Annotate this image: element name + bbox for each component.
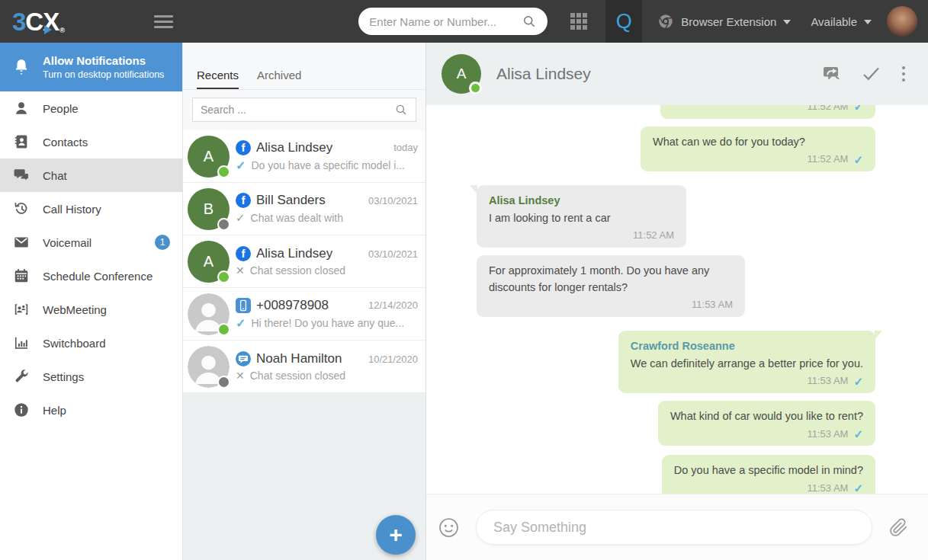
delivered-check-icon: ✓ (853, 428, 863, 440)
q-button[interactable]: Q (605, 0, 642, 43)
person-icon (0, 100, 43, 117)
chrome-icon (657, 13, 674, 30)
conversation-row[interactable]: Noah Hamilton 10/21/2020 ✕ Chat session … (183, 341, 425, 393)
logo-cx: CX (25, 9, 59, 34)
message-outgoing: What kind of car would you like to rent?… (658, 401, 875, 446)
voicemail-count-badge: 1 (155, 235, 170, 250)
search-icon[interactable] (522, 14, 537, 29)
conversation-row[interactable]: A f Alisa Lindsey today ✓ Do you have a … (183, 130, 425, 183)
conversation-date: 03/10/2021 (368, 248, 418, 260)
top-bar: 3CX ® Q Browser Extension Available (0, 0, 928, 43)
message-time: 11:52 AM (807, 105, 848, 114)
closed-x-icon: ✕ (236, 370, 245, 382)
kebab-menu-icon[interactable] (899, 66, 909, 82)
tab-recents[interactable]: Recents (197, 69, 239, 89)
sidebar-item-call-history[interactable]: Call History (0, 192, 182, 226)
message-text: Do you have a specific model in mind? (674, 462, 863, 479)
message-outgoing: Do you have a specific model in mind? 11… (662, 455, 875, 494)
conversation-preview: Hi there! Do you have any que... (251, 317, 404, 329)
conversation-name: Bill Sanders (256, 193, 326, 208)
tab-archived[interactable]: Archived (257, 69, 301, 89)
chat-search-box[interactable] (192, 98, 416, 122)
conversation-name: Alisa Lindsey (256, 246, 332, 261)
delivered-check-icon: ✓ (853, 482, 863, 494)
chat-search-input[interactable] (201, 104, 394, 116)
mark-dealt-icon[interactable] (862, 66, 881, 82)
message-time: 11:53 AM (807, 373, 848, 389)
hamburger-icon[interactable] (154, 15, 173, 28)
conversation-preview: Chat session closed (250, 370, 345, 382)
conversation-row[interactable]: A f Alisa Lindsey 03/10/2021 ✕ Chat sess… (183, 235, 425, 288)
banner-title: Allow Notifications (43, 54, 164, 67)
chat-list-tabs: Recents Archived (183, 43, 425, 90)
transfer-chat-icon[interactable] (823, 65, 843, 84)
contacts-icon (0, 133, 43, 150)
conversation-row[interactable]: B f Bill Sanders 03/10/2021 ✓ Chat was d… (183, 183, 425, 235)
message-input[interactable] (493, 520, 855, 536)
user-avatar[interactable] (887, 6, 917, 37)
sidebar-item-people[interactable]: People (0, 91, 182, 125)
attachment-paperclip-icon[interactable] (889, 518, 908, 537)
message-outgoing: Crawford Roseanne We can definitely arra… (618, 331, 875, 393)
conversation-preview: Do you have a specific model i... (251, 159, 405, 171)
wrench-icon (0, 368, 43, 385)
webmeeting-icon (0, 301, 43, 318)
sidebar-item-switchboard[interactable]: Switchboard (0, 326, 182, 360)
conversation-name: +008978908 (256, 298, 329, 313)
sidebar-item-voicemail[interactable]: Voicemail 1 (0, 226, 182, 259)
conversation-header: A Alisa Lindsey (426, 43, 928, 105)
new-chat-button[interactable]: + (376, 515, 416, 555)
apps-grid-icon[interactable] (570, 13, 587, 30)
logo-3: 3 (12, 9, 25, 34)
message-time: 11:53 AM (692, 297, 733, 312)
conversation-date: 10/21/2020 (368, 354, 418, 365)
delivered-check-icon: ✓ (236, 158, 246, 173)
conversation-name: Noah Hamilton (256, 351, 342, 366)
availability-label: Available (811, 15, 857, 28)
info-icon (0, 402, 43, 418)
message-composer (426, 494, 928, 560)
envelope-icon (0, 234, 43, 251)
conversation-row[interactable]: +008978908 12/14/2020 ✓ Hi there! Do you… (183, 288, 425, 341)
emoji-icon[interactable] (438, 517, 459, 538)
presence-dot-online (217, 323, 230, 336)
switchboard-icon (0, 334, 43, 351)
search-icon[interactable] (394, 103, 408, 117)
message-incoming: For approximately 1 month. Do you have a… (477, 255, 745, 317)
banner-subtitle: Turn on desktop notifications (43, 69, 164, 80)
browser-extension-dropdown[interactable]: Browser Extension (657, 13, 791, 30)
sidebar-item-webmeeting[interactable]: WebMeeting (0, 293, 182, 326)
message-sender: Crawford Roseanne (631, 338, 863, 355)
global-search-input[interactable] (369, 15, 522, 28)
facebook-icon: f (236, 193, 251, 208)
presence-dot-online (469, 82, 482, 94)
chat-search-area (183, 90, 425, 130)
presence-dot-online (217, 270, 230, 283)
availability-dropdown[interactable]: Available (811, 15, 872, 28)
delivered-check-icon: ✓ (236, 316, 246, 331)
message-time: 11:52 AM (807, 152, 848, 167)
calendar-icon (0, 267, 43, 284)
history-icon (0, 200, 43, 217)
bell-icon (0, 58, 43, 76)
sidebar-item-chat[interactable]: Chat (0, 158, 182, 192)
logo-play-triangle (44, 25, 52, 34)
sidebar-item-help[interactable]: Help (0, 393, 182, 427)
message-input-pill[interactable] (476, 510, 872, 545)
message-list: 11:52 AM ✓ What can we do for you today?… (426, 105, 928, 494)
sidebar-item-settings[interactable]: Settings (0, 360, 182, 393)
conversation-preview: Chat session closed (250, 264, 345, 277)
message-text: For approximately 1 month. Do you have a… (489, 263, 733, 296)
sms-icon (236, 298, 251, 313)
sidebar-item-schedule-conference[interactable]: Schedule Conference (0, 259, 182, 293)
delivered-check-icon: ✓ (853, 105, 863, 112)
conversation-title: Alisa Lindsey (496, 65, 591, 83)
global-search[interactable] (358, 8, 547, 35)
facebook-icon: f (236, 246, 251, 261)
delivered-check-icon: ✓ (853, 376, 863, 387)
chat-list-panel: Recents Archived A f Alisa Lindsey today (183, 43, 426, 560)
allow-notifications-banner[interactable]: Allow Notifications Turn on desktop noti… (0, 43, 182, 91)
sidebar-item-contacts[interactable]: Contacts (0, 125, 182, 158)
sidebar-nav: Allow Notifications Turn on desktop noti… (0, 43, 183, 560)
caret-down-icon (783, 20, 791, 24)
